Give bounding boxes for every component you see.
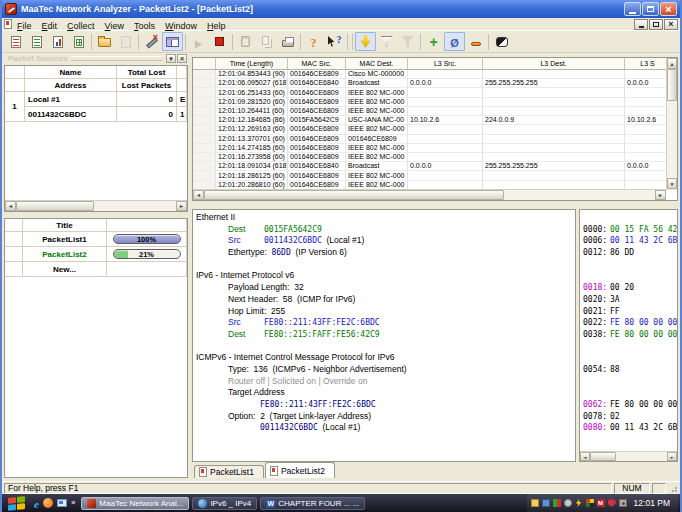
bolt-tray-icon[interactable]: [575, 499, 583, 507]
restore-button[interactable]: [642, 2, 659, 16]
source-extra-cell[interactable]: 1: [177, 107, 187, 122]
pal-tray-icon[interactable]: [586, 499, 594, 507]
packet-row[interactable]: 12:01:12.184685 (86)0015FA5642C9USC-IANA…: [193, 116, 677, 125]
close-button[interactable]: [660, 2, 677, 16]
scroll-up-button[interactable]: ▲: [667, 58, 677, 69]
packet-row[interactable]: 12:01:06.251433 (60)001646CE6809IEEE 802…: [193, 88, 677, 97]
paste-button[interactable]: [235, 32, 256, 51]
mdi-restore-button[interactable]: [649, 19, 663, 30]
decode-line[interactable]: IPv6 - Internet Protocol v6: [196, 270, 575, 282]
statistics-chart-button[interactable]: [47, 32, 68, 51]
packet-row[interactable]: 12:01:09.281520 (60)001646CE6809IEEE 802…: [193, 98, 677, 107]
menu-view[interactable]: View: [100, 21, 129, 31]
decode-line[interactable]: Src0011432C6BDC (Local #1): [196, 235, 575, 247]
taskbar-button-chapter-four[interactable]: WCHAPTER FOUR ... ...: [260, 497, 365, 510]
tab-packetlist2[interactable]: PacketList2: [265, 462, 335, 478]
menu-file[interactable]: File: [12, 21, 37, 31]
mdi-document-icon[interactable]: [4, 19, 12, 29]
scroll-right-button[interactable]: ►: [176, 201, 187, 211]
scroll-right-button[interactable]: ►: [655, 190, 666, 200]
lists-header-title[interactable]: Title: [23, 219, 107, 232]
packet-row[interactable]: 12:01:10.264411 (60)001646CE6809IEEE 802…: [193, 107, 677, 116]
mdi-minimize-button[interactable]: [634, 19, 648, 30]
firefox-icon[interactable]: [43, 498, 53, 508]
decode-line[interactable]: [196, 341, 575, 353]
menu-edit[interactable]: Edit: [37, 21, 63, 31]
exclude-filter-button[interactable]: [444, 32, 465, 51]
sources-header-lost-packets[interactable]: Lost Packets: [117, 79, 177, 92]
show-desktop-icon[interactable]: [57, 499, 67, 507]
decode-line[interactable]: 0011432C6BDC (Local #1): [196, 422, 575, 434]
column-header-gutter[interactable]: [193, 58, 216, 69]
decode-line[interactable]: Payload Length: 32: [196, 282, 575, 294]
packet-row[interactable]: 12:01:12.269163 (60)001646CE6809IEEE 802…: [193, 125, 677, 134]
source-extra-cell[interactable]: E: [177, 92, 187, 107]
menu-collect[interactable]: Collect: [62, 21, 100, 31]
start-capture-button[interactable]: [188, 32, 209, 51]
packet-horizontal-scrollbar[interactable]: ◄ ►: [193, 189, 666, 200]
display-options-button[interactable]: [491, 32, 512, 51]
column-header-l3-s[interactable]: L3 S: [625, 58, 671, 69]
add-filter-button[interactable]: [423, 32, 444, 51]
scroll-thumb[interactable]: [16, 201, 94, 211]
packet-row[interactable]: 12:01:04.853443 (90)001646CE6809Cisco MC…: [193, 70, 677, 79]
decode-line[interactable]: Hop Limit: 255: [196, 306, 575, 318]
cam-tray-icon[interactable]: [619, 499, 627, 507]
note-tray-icon[interactable]: [531, 499, 539, 507]
panel-close-button[interactable]: [177, 54, 187, 63]
column-header-mac-dest-[interactable]: MAC Dest.: [346, 58, 408, 69]
decode-line[interactable]: SrcFE80::211:43FF:FE2C:6BDC: [196, 317, 575, 329]
column-header-time-length-[interactable]: Time (Length): [216, 58, 288, 69]
column-header-mac-src-[interactable]: MAC Src.: [288, 58, 346, 69]
decode-line[interactable]: [196, 259, 575, 271]
menu-help[interactable]: Help: [202, 21, 231, 31]
stop-capture-button[interactable]: [209, 32, 230, 51]
shield-tray-icon[interactable]: [608, 499, 616, 507]
start-button[interactable]: [8, 496, 25, 511]
packet-row[interactable]: 12:01:18.091034 (618)001646CE6840Broadca…: [193, 162, 677, 171]
packet-row[interactable]: 12:01:18.286125 (60)001646CE6809IEEE 802…: [193, 171, 677, 180]
list-title-cell[interactable]: PacketList1: [23, 232, 107, 247]
column-header-l3-src-[interactable]: L3 Src.: [408, 58, 483, 69]
decode-line[interactable]: Next Header: 58 (ICMP for IPv6): [196, 294, 575, 306]
list-progress-cell[interactable]: 100%: [107, 232, 187, 247]
m-tray-icon[interactable]: M: [597, 499, 605, 507]
decode-line[interactable]: FE80::211:43FF:FE2C:6BDC: [196, 399, 575, 411]
hex-dump-pane[interactable]: 0000:00 15 FA 56 42 C90006:00 11 43 2C 6…: [579, 209, 678, 462]
detail-splitter[interactable]: [190, 201, 680, 209]
scroll-to-end-button[interactable]: [355, 32, 376, 51]
filter-off-button[interactable]: [397, 32, 418, 51]
source-lost-cell[interactable]: 0: [117, 107, 177, 122]
copy-button[interactable]: [256, 32, 277, 51]
scroll-down-button[interactable]: ▼: [667, 178, 677, 189]
source-name-cell[interactable]: Local #1: [25, 92, 117, 107]
decode-line[interactable]: ICMPv6 - Internet Control Message Protoc…: [196, 352, 575, 364]
save-file-button[interactable]: [115, 32, 136, 51]
net-tray-icon[interactable]: [542, 499, 550, 507]
filter-button[interactable]: [376, 32, 397, 51]
decode-line[interactable]: DestFE80::215:FAFF:FE56:42C9: [196, 329, 575, 341]
packet-row[interactable]: 12:01:14.274185 (60)001646CE6809IEEE 802…: [193, 144, 677, 153]
remove-filter-button[interactable]: [465, 32, 486, 51]
packet-row[interactable]: 12:01:06.095027 (618)001646CE6840Broadca…: [193, 79, 677, 88]
packet-row[interactable]: 12:01:13.370701 (60)001646CE6809001646CE…: [193, 135, 677, 144]
new-packet-list-button[interactable]: [5, 32, 26, 51]
open-file-button[interactable]: [94, 32, 115, 51]
hex-horizontal-scrollbar[interactable]: ◄ ►: [580, 451, 677, 461]
menu-tools[interactable]: Tools: [129, 21, 160, 31]
table-view-button[interactable]: [68, 32, 89, 51]
sources-header-address[interactable]: Address: [25, 79, 117, 92]
scroll-thumb[interactable]: [204, 190, 504, 200]
msg-tray-icon[interactable]: [564, 499, 572, 507]
scroll-left-button[interactable]: ◄: [193, 190, 204, 200]
taskbar-button-ipv6-ipv4[interactable]: IPv6 _ IPv4: [192, 497, 257, 510]
sources-horizontal-scrollbar[interactable]: ◄ ►: [5, 200, 187, 211]
decode-line[interactable]: Target Address: [196, 387, 575, 399]
adapter-settings-button[interactable]: [141, 32, 162, 51]
decode-line[interactable]: Ethertype: 86DD (IP Version 6): [196, 247, 575, 259]
decode-line[interactable]: Ethernet II: [196, 212, 575, 224]
scroll-left-button[interactable]: ◄: [5, 201, 16, 211]
panel-pin-button[interactable]: [166, 54, 176, 63]
source-lost-cell[interactable]: 0: [117, 92, 177, 107]
internet-explorer-icon[interactable]: [34, 494, 39, 512]
